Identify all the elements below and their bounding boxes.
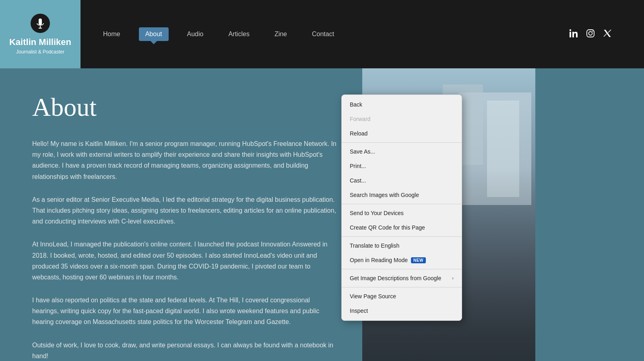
menu-qr-code-label: Create QR Code for this Page [350, 224, 425, 231]
paragraph-3: At InnoLead, I managed the publication's… [32, 239, 338, 283]
menu-translate[interactable]: Translate to English [342, 238, 462, 253]
menu-view-source-label: View Page Source [350, 293, 396, 299]
logo-area: Kaitlin Milliken Journalist & Podcaster [0, 0, 80, 68]
separator-2 [342, 204, 462, 204]
logo-name: Kaitlin Milliken [9, 37, 71, 47]
menu-inspect[interactable]: Inspect [342, 304, 462, 318]
twitter-icon[interactable] [603, 29, 612, 40]
nav-articles[interactable]: Articles [222, 27, 256, 41]
menu-forward: Forward [342, 112, 462, 126]
menu-back[interactable]: Back [342, 97, 462, 112]
menu-search-images[interactable]: Search Images with Google [342, 188, 462, 202]
svg-rect-3 [570, 32, 571, 37]
instagram-icon[interactable] [586, 29, 595, 40]
nav-links: Home About Audio Articles Zine Contact [97, 27, 341, 41]
separator-4 [342, 269, 462, 269]
nav-zine[interactable]: Zine [268, 27, 293, 41]
nav-home[interactable]: Home [97, 27, 127, 41]
menu-inspect-label: Inspect [350, 308, 368, 314]
logo-subtitle: Journalist & Podcaster [16, 49, 64, 55]
menu-save-as-label: Save As... [350, 148, 375, 155]
menu-view-source[interactable]: View Page Source [342, 289, 462, 304]
menu-send-devices-label: Send to Your Devices [350, 210, 404, 216]
svg-rect-0 [39, 18, 42, 25]
nav-audio[interactable]: Audio [181, 27, 210, 41]
new-badge: NEW [411, 257, 426, 263]
nav-about[interactable]: About [139, 27, 169, 41]
svg-point-7 [592, 31, 593, 31]
menu-search-images-label: Search Images with Google [350, 192, 419, 198]
separator-5 [342, 287, 462, 287]
main-content: About Hello! My name is Kaitlin Milliken… [0, 68, 644, 361]
menu-print[interactable]: Print... [342, 159, 462, 173]
menu-send-devices[interactable]: Send to Your Devices [342, 206, 462, 220]
site-header: Kaitlin Milliken Journalist & Podcaster … [0, 0, 644, 68]
social-icons [569, 29, 628, 40]
menu-reading-mode[interactable]: Open in Reading Mode NEW [342, 253, 462, 267]
menu-cast-label: Cast... [350, 177, 366, 184]
main-nav: Home About Audio Articles Zine Contact [80, 27, 644, 41]
separator-1 [342, 142, 462, 143]
paragraph-4: I have also reported on politics at the … [32, 295, 338, 328]
menu-cast[interactable]: Cast... [342, 173, 462, 188]
menu-image-descriptions[interactable]: Get Image Descriptions from Google › [342, 271, 462, 285]
menu-reading-mode-label: Open in Reading Mode [350, 257, 408, 263]
menu-qr-code[interactable]: Create QR Code for this Page [342, 220, 462, 235]
menu-reload[interactable]: Reload [342, 126, 462, 141]
svg-point-6 [589, 31, 592, 35]
paragraph-1: Hello! My name is Kaitlin Milliken. I'm … [32, 138, 338, 182]
menu-reading-mode-row: Open in Reading Mode NEW [350, 257, 426, 263]
page-title: About [32, 92, 338, 122]
mic-icon [31, 14, 50, 33]
paragraph-2: As a senior editor at Senior Executive M… [32, 194, 338, 227]
nav-contact[interactable]: Contact [305, 27, 341, 41]
menu-image-descriptions-label: Get Image Descriptions from Google [350, 275, 441, 281]
submenu-chevron-icon: › [452, 275, 454, 281]
content-left: About Hello! My name is Kaitlin Milliken… [0, 68, 362, 361]
menu-save-as[interactable]: Save As... [342, 144, 462, 159]
menu-reload-label: Reload [350, 130, 367, 137]
menu-translate-label: Translate to English [350, 242, 399, 249]
linkedin-icon[interactable] [569, 29, 578, 40]
menu-back-label: Back [350, 101, 362, 108]
menu-forward-label: Forward [350, 116, 370, 122]
context-menu: Back Forward Reload Save As... Print... … [341, 94, 462, 321]
paragraph-5: Outside of work, I love to cook, draw, a… [32, 340, 338, 361]
svg-point-4 [570, 29, 571, 31]
separator-3 [342, 236, 462, 237]
menu-print-label: Print... [350, 163, 366, 169]
